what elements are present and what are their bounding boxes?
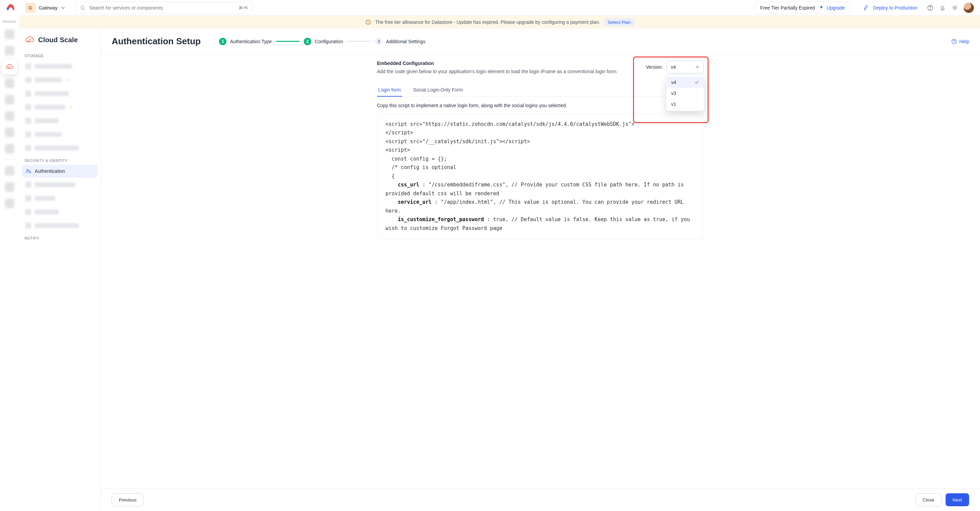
rail-item-placeholder[interactable]: [2, 92, 18, 107]
search-input[interactable]: [89, 5, 235, 11]
help-icon[interactable]: [927, 5, 934, 11]
section-security: SECURITY & IDENTITY: [22, 155, 98, 164]
sidebar-item-placeholder[interactable]: [22, 87, 98, 100]
wizard-footer: Previous Close Next: [101, 488, 980, 511]
version-option-label: v3: [671, 90, 676, 96]
rail-item-cloud-scale[interactable]: [2, 60, 18, 75]
rail-item-placeholder[interactable]: [2, 196, 18, 211]
version-option-v4[interactable]: v4: [667, 77, 704, 88]
svg-rect-8: [29, 171, 31, 173]
rail-item-placeholder[interactable]: [2, 108, 18, 124]
config-desc: Add the code given below to your applica…: [377, 68, 638, 76]
bell-icon[interactable]: [939, 5, 946, 11]
step-configuration[interactable]: 2 Configuration: [304, 38, 343, 45]
step-additional-settings[interactable]: 3 Additional Settings: [375, 38, 425, 45]
version-label: Version:: [646, 64, 663, 70]
sparkle-icon: [818, 5, 824, 11]
rail-item-placeholder[interactable]: [2, 125, 18, 140]
tier-status-box: Free Tier Partially Expired Upgrade: [755, 2, 850, 14]
tab-login-form[interactable]: Login form: [377, 84, 402, 97]
svg-point-7: [27, 170, 28, 171]
project-name: Gateway: [39, 5, 57, 11]
global-search[interactable]: ⌘+K: [75, 2, 252, 14]
code-block: <script src="https://static.zohocdn.com/…: [377, 114, 704, 240]
close-button[interactable]: Close: [916, 493, 942, 506]
version-selected: v4: [671, 64, 676, 70]
user-avatar[interactable]: [964, 3, 974, 13]
svg-point-0: [6, 8, 9, 10]
rail-item-placeholder[interactable]: [2, 76, 18, 91]
select-plan-button[interactable]: Select Plan: [605, 18, 634, 26]
svg-point-4: [954, 7, 956, 8]
help-link[interactable]: Help: [951, 38, 969, 44]
section-storage: STORAGE: [22, 50, 98, 59]
sidebar-item-placeholder[interactable]: [22, 101, 98, 114]
banner-text: The free tier allowance for Datastore - …: [375, 19, 600, 25]
sidebar-item-authentication[interactable]: Authentication: [22, 165, 98, 178]
check-icon: [694, 80, 699, 85]
sidebar: Cloud Scale STORAGE SECURITY & IDENTITY …: [19, 29, 101, 511]
code-content[interactable]: <script src="https://static.zohocdn.com/…: [385, 120, 695, 233]
deploy-button[interactable]: Deploy to Production: [864, 5, 917, 11]
sidebar-item-placeholder[interactable]: [22, 205, 98, 218]
svg-point-10: [954, 43, 955, 43]
svg-point-1: [81, 6, 84, 9]
previous-button[interactable]: Previous: [112, 493, 144, 506]
step-number: 3: [375, 38, 382, 45]
brand: Cloud Scale: [22, 33, 98, 50]
version-option-label: v1: [671, 102, 676, 107]
chevron-up-icon: [695, 65, 699, 69]
wizard-steps: 1 Authentication Type 2 Configuration 3 …: [219, 38, 425, 45]
step-label: Authentication Type: [230, 39, 272, 44]
step-label: Additional Settings: [386, 39, 425, 44]
sidebar-item-placeholder[interactable]: [22, 73, 98, 86]
step-number: 2: [304, 38, 311, 45]
rail-item-placeholder[interactable]: [2, 141, 18, 156]
sidebar-item-placeholder[interactable]: [22, 178, 98, 191]
sidebar-item-placeholder[interactable]: [22, 219, 98, 232]
service-rail: Services: [0, 0, 19, 511]
svg-point-6: [368, 23, 368, 24]
upgrade-link[interactable]: Upgrade: [818, 5, 845, 11]
gear-icon[interactable]: [951, 5, 958, 11]
version-select[interactable]: v4: [667, 60, 704, 73]
upgrade-label: Upgrade: [826, 5, 845, 11]
svg-point-3: [930, 9, 931, 10]
next-button[interactable]: Next: [946, 493, 969, 506]
expired-tier-banner: The free tier allowance for Datastore - …: [19, 16, 980, 29]
sidebar-item-placeholder[interactable]: [22, 141, 98, 154]
user-lock-icon: [25, 168, 31, 174]
sidebar-item-placeholder[interactable]: [22, 60, 98, 73]
config-tabs: Login form Social Login-Only Form: [377, 84, 704, 97]
rail-item-placeholder[interactable]: [2, 27, 18, 42]
config-title: Embedded Configuration: [377, 60, 638, 66]
tier-status-text: Free Tier Partially Expired: [760, 5, 815, 11]
version-dropdown: v4 v3 v1: [667, 76, 704, 111]
deploy-label: Deploy to Production: [873, 5, 917, 11]
sidebar-item-placeholder[interactable]: [22, 192, 98, 205]
app-logo-icon: [4, 3, 15, 14]
help-circle-icon: [951, 38, 957, 44]
project-switcher[interactable]: G Gateway: [24, 2, 68, 14]
step-rail: [347, 41, 371, 42]
rail-item-placeholder[interactable]: [2, 163, 18, 178]
step-label: Configuration: [315, 39, 343, 44]
rail-item-placeholder[interactable]: [2, 43, 18, 58]
rail-services-label: Services: [3, 20, 16, 24]
brand-name: Cloud Scale: [38, 36, 78, 44]
sidebar-item-placeholder[interactable]: [22, 128, 98, 141]
search-shortcut: ⌘+K: [239, 5, 248, 10]
version-option-label: v4: [671, 79, 676, 85]
step-auth-type[interactable]: 1 Authentication Type: [219, 38, 272, 45]
tab-social-form[interactable]: Social Login-Only Form: [412, 84, 464, 96]
version-option-v3[interactable]: v3: [667, 88, 704, 98]
cloud-scale-brand-icon: [24, 35, 35, 45]
sidebar-item-placeholder[interactable]: [22, 114, 98, 127]
step-number: 1: [219, 38, 226, 45]
help-label: Help: [959, 39, 969, 44]
search-icon: [80, 5, 86, 11]
rail-separator: [3, 160, 16, 160]
project-avatar: G: [25, 3, 35, 13]
rail-item-placeholder[interactable]: [2, 179, 18, 195]
version-option-v1[interactable]: v1: [667, 98, 704, 110]
